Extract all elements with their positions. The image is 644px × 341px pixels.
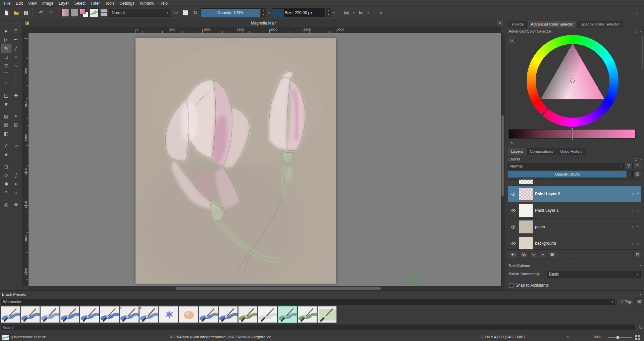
menu-edit[interactable]: Edit [13,0,25,6]
brush-preset-2[interactable] [20,306,40,323]
docker-splitter-handle[interactable] [505,142,644,145]
layer-row[interactable]: Paint Layer 2α [508,186,641,202]
canvas-vertical-scrollbar[interactable] [501,33,505,286]
layer-list-options-button[interactable] [633,171,641,178]
brush-preset-11[interactable] [199,306,218,323]
layer-visibility-toggle[interactable] [509,241,517,246]
canvas-only-mode-button[interactable] [635,335,640,340]
move-layer-down-button[interactable] [529,252,537,258]
tool-polyline[interactable]: ∿ [11,61,21,70]
layer-visibility-toggle[interactable] [509,179,517,180]
add-layer-button[interactable]: ▾ [508,252,519,258]
tag-button[interactable]: Tag [616,299,634,305]
duplicate-layer-button[interactable] [520,252,528,258]
tool-multibrush[interactable]: ∴ [11,79,21,88]
tool-line[interactable]: ╱ [11,44,21,53]
brush-preset-4[interactable] [60,306,79,323]
layer-row[interactable]: Paint Layer 3α [508,179,641,186]
tab-specific-color-selector[interactable]: Specific Color Selector [577,21,623,28]
preserve-alpha-button[interactable] [181,8,190,17]
layer-blending-mode-select[interactable]: Normal ▾ [508,163,624,169]
eraser-mode-button[interactable]: ▱ [171,8,180,17]
close-docker-icon[interactable]: × [639,30,641,33]
toolbar-overflow-button[interactable]: » [633,8,641,17]
alpha-lock-icon[interactable]: α [632,192,634,196]
layer-visibility-toggle[interactable] [509,192,517,197]
tool-ellipse[interactable]: ○ [11,53,21,61]
float-docker-icon[interactable]: ◻ [635,293,637,296]
blending-mode-select[interactable]: Normal ▾ [109,9,170,17]
brush-preset-5[interactable] [80,306,99,323]
zoom-slider[interactable] [608,337,632,338]
tool-bezier-select[interactable]: ◠ [1,188,11,197]
canvas-painting[interactable] [136,38,336,284]
tool-pattern-edit[interactable]: ▤ [1,120,11,129]
menu-view[interactable]: View [25,0,40,6]
tool-fill[interactable]: ◧ [1,129,11,138]
alpha-lock-icon[interactable]: α [632,225,634,229]
move-layer-up-button[interactable] [539,252,547,258]
zoom-slider-handle[interactable] [616,336,619,339]
brush-preset-7[interactable]: ↻ [119,306,139,323]
tool-calligraphy[interactable]: ✒ [11,35,21,44]
opacity-options-caret[interactable]: ▾ [267,11,271,14]
brush-size-slider[interactable]: Size: 220.00 px [272,8,325,17]
menu-select[interactable]: Select [71,0,88,6]
document-close-button[interactable]: × [497,20,503,26]
brush-size-options-caret[interactable]: ▾ [332,11,336,14]
menu-window[interactable]: Window [137,0,157,6]
tool-pan[interactable]: ✥ [11,200,21,209]
mirror-vertical-button[interactable]: ⊳ [357,8,365,17]
brush-preset-13[interactable] [238,306,258,323]
foreground-background-swatch[interactable] [79,8,89,17]
hue-ring[interactable] [527,35,619,127]
shade-selector-strip[interactable] [508,129,636,139]
vertical-scrollbar-thumb[interactable] [501,115,504,196]
layer-row[interactable]: paperα [508,219,641,235]
layer-row[interactable]: Paint Layer 1α [508,202,641,219]
menu-settings[interactable]: Settings [117,0,137,6]
mirror-horizontal-caret[interactable]: ▾ [352,11,356,14]
tool-move[interactable]: ✚ [11,91,21,100]
brush-preset-3[interactable] [40,306,60,323]
tool-transform[interactable]: ◰ [1,91,11,100]
close-docker-icon[interactable]: × [639,293,641,296]
tool-smart-patch[interactable]: ⊞ [11,120,21,129]
layer-visibility-toggle[interactable] [509,208,517,213]
tool-freehand-select[interactable]: ʃ [11,171,21,180]
tool-polygonal-select[interactable]: ◇ [1,171,11,180]
mirror-horizontal-button[interactable]: ⋈ [342,8,351,17]
tool-bezier-curve[interactable]: ⌒ [1,70,11,79]
tool-edit-shapes[interactable]: ▷ [1,35,11,44]
tool-freehand-brush[interactable]: ✎ [1,44,11,53]
tool-rectangular-select[interactable]: ◻ [1,162,11,171]
float-docker-icon[interactable]: ◻ [635,157,637,161]
float-docker-icon[interactable]: ◻ [635,30,637,33]
tool-crop[interactable]: # [1,100,11,108]
tab-advanced-color-selector[interactable]: Advanced Color Selector [528,21,577,28]
snap-to-assistants-checkbox[interactable] [509,283,514,288]
layer-properties-button[interactable] [548,252,556,258]
brush-preset-1[interactable] [1,306,20,323]
color-selector-settings-button[interactable]: ≡ [509,37,515,43]
tool-text[interactable]: T [11,27,21,35]
brush-preset-10[interactable] [179,306,198,323]
menu-tools[interactable]: Tools [102,0,117,6]
menu-filter[interactable]: Filter [88,0,103,6]
reload-preset-button[interactable]: ↻ [191,8,200,17]
alpha-lock-icon[interactable]: α [632,241,634,245]
docker-splitter-handle[interactable] [505,259,644,263]
layer-opacity-spinner[interactable]: ▴▾ [628,171,633,178]
mirror-vertical-caret[interactable]: ▾ [366,11,370,14]
horizontal-scrollbar-thumb[interactable] [176,287,381,290]
layer-row[interactable]: backgroundα [508,235,641,250]
tool-magnetic-select[interactable]: ∪ [11,188,21,197]
close-docker-icon[interactable]: × [639,157,641,161]
tool-reference-images[interactable]: ★ [1,150,11,159]
tool-elliptical-select[interactable]: ◌ [11,162,21,171]
layer-filter-button[interactable] [625,163,633,169]
brush-search-input[interactable] [1,325,635,330]
brush-size-spinner[interactable]: ▴▾ [326,8,331,17]
pattern-swatch[interactable] [70,9,78,17]
brush-tag-filter-select[interactable]: Watercolor ▾ [1,299,615,305]
